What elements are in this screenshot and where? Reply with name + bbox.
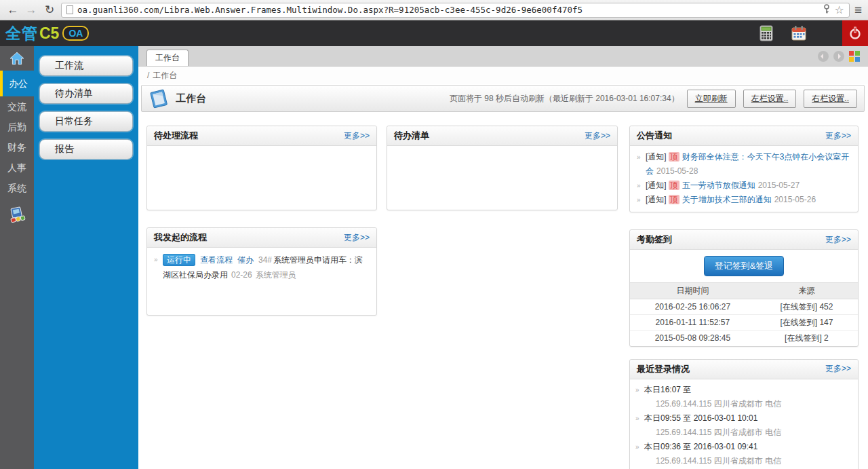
bullet-icon <box>635 411 639 426</box>
flow-item: 运行中查看流程催办34#系统管理员申请用车：滨湖区社保局办录用02-26系统管理… <box>154 252 370 282</box>
calendar-icon <box>791 25 807 41</box>
column-left: 待处理流程 更多>> 我发起的流程 更多>> <box>146 126 377 469</box>
sign-in-out-button[interactable]: 登记签到&签退 <box>704 256 785 276</box>
pinned-badge: 顶 <box>669 181 679 190</box>
more-link[interactable]: 更多>> <box>825 234 851 246</box>
login-time: 本日09:36 至 2016-03-01 09:41 <box>635 440 852 454</box>
recent-login-list: 本日16:07 至 125.69.144.115 四川省成都市 电信 本日09:… <box>630 379 858 469</box>
submenu-button[interactable]: 日常任务 <box>39 111 133 132</box>
announcement-date: 2015-05-26 <box>774 195 816 204</box>
sidebar-item[interactable]: 系统 <box>0 178 34 198</box>
browser-back-button[interactable]: ← <box>6 4 20 16</box>
left-column-settings-button[interactable]: 左栏设置.. <box>743 90 797 108</box>
announcement-item: [通知]顶关于增加技术三部的通知2015-05-26 <box>637 193 851 207</box>
bullet-icon <box>637 179 641 193</box>
refresh-now-button[interactable]: 立即刷新 <box>687 90 736 108</box>
attendance-row: 2016-02-25 16:06:27 [在线签到] 452 <box>630 299 858 315</box>
attendance-source: [在线签到] 452 <box>755 299 858 315</box>
logo-text-part1: 全管 <box>5 23 38 44</box>
bullet-icon <box>637 193 641 207</box>
submenu-button[interactable]: 报告 <box>39 139 133 160</box>
calculator-icon <box>760 25 773 41</box>
logo-text-part2: C5 <box>39 24 59 43</box>
url-text: oa.guanli360.com/Libra.Web.Answer.Frames… <box>77 5 818 15</box>
tab-workbench[interactable]: 工作台 <box>146 50 189 66</box>
announcement-link[interactable]: 五一劳动节放假通知 <box>682 181 755 190</box>
login-item: 本日16:07 至 125.69.144.115 四川省成都市 电信 <box>635 383 852 411</box>
column-right: 公告通知 更多>> [通知]顶财务部全体注意：今天下午3点钟在小会议室开会201… <box>629 126 859 469</box>
submenu-panel: 工作流 待办清单 日常任务 报告 <box>34 46 138 469</box>
view-flow-link[interactable]: 查看流程 <box>200 255 233 265</box>
sidebar-item[interactable]: 人事 <box>0 157 34 178</box>
attendance-datetime: 2015-05-08 09:28:45 <box>630 331 755 346</box>
login-detail: 125.69.144.115 四川省成都市 电信 <box>635 454 852 468</box>
tab-tools <box>818 51 860 66</box>
announcement-category: [通知] <box>646 195 667 204</box>
browser-menu-button[interactable]: ≡ <box>854 3 862 16</box>
bullet-icon <box>637 150 641 164</box>
logout-power-button[interactable] <box>842 20 868 46</box>
panel-my-flows: 我发起的流程 更多>> 运行中查看流程催办34#系统管理员申请用车：滨湖区社保局… <box>146 227 377 316</box>
nav-rail: 办公 交流 后勤 财务 人事 系统 <box>0 46 34 469</box>
key-icon <box>823 4 831 16</box>
panel-header: 我发起的流程 更多>> <box>147 228 376 248</box>
bullet-icon <box>635 383 639 397</box>
announcement-link[interactable]: 关于增加技术三部的通知 <box>682 195 772 204</box>
right-column-settings-button[interactable]: 右栏设置.. <box>804 90 857 108</box>
column-middle: 待办清单 更多>> <box>387 126 618 469</box>
panel-body: 登记签到&签退 日期时间 来源 <box>630 250 858 346</box>
workbench-icon <box>149 88 169 109</box>
sidebar-home-button[interactable] <box>0 46 34 71</box>
dashboard-content: 待处理流程 更多>> 我发起的流程 更多>> <box>138 112 868 469</box>
multiwindow-grid-icon[interactable] <box>849 51 860 62</box>
panel-todo-list: 待办清单 更多>> <box>387 126 618 210</box>
sidebar-item[interactable]: 交流 <box>0 96 34 117</box>
browser-forward-button[interactable]: → <box>24 4 38 16</box>
pinned-badge: 顶 <box>669 152 679 162</box>
power-icon <box>848 26 863 41</box>
attendance-row: 2016-01-11 11:52:57 [在线签到] 147 <box>630 315 858 331</box>
page-header-actions: 页面将于 98 秒后自动刷新（最近刷新于 2016-03-01 16:07:34… <box>450 90 857 108</box>
bullet-icon <box>635 440 639 454</box>
breadcrumb: /工作台 <box>138 67 868 84</box>
panel-header: 最近登录情况 更多>> <box>630 360 858 379</box>
calculator-button[interactable] <box>757 24 776 43</box>
tab-scroll-right-button[interactable] <box>833 51 844 62</box>
signin-device-icon <box>7 206 26 224</box>
flow-user: 系统管理员 <box>256 270 296 280</box>
breadcrumb-separator: / <box>147 71 149 80</box>
more-link[interactable]: 更多>> <box>344 232 370 244</box>
announcement-list: [通知]顶财务部全体注意：今天下午3点钟在小会议室开会2015-05-28 [通… <box>630 146 858 212</box>
announcement-date: 2015-05-28 <box>656 166 698 176</box>
app-header: 全管 C5 OA <box>0 20 868 46</box>
login-time: 本日09:55 至 2016-03-01 10:01 <box>635 411 852 426</box>
panel-body <box>387 146 617 210</box>
sidebar-item[interactable]: 后勤 <box>0 117 34 137</box>
bookmark-star-icon[interactable]: ☆ <box>835 5 844 16</box>
sidebar-item[interactable]: 办公 <box>0 71 34 96</box>
browser-reload-button[interactable]: ↻ <box>43 4 56 16</box>
submenu-button[interactable]: 待办清单 <box>39 83 133 104</box>
panel-title: 待办清单 <box>394 130 429 142</box>
panel-body <box>147 146 376 210</box>
more-link[interactable]: 更多>> <box>825 363 851 375</box>
url-bar[interactable]: oa.guanli360.com/Libra.Web.Answer.Frames… <box>61 3 850 18</box>
flow-date: 02-26 <box>231 270 252 280</box>
flow-status-badge: 运行中 <box>163 254 195 266</box>
screen: ← → ↻ oa.guanli360.com/Libra.Web.Answer.… <box>0 0 868 469</box>
more-link[interactable]: 更多>> <box>344 130 370 142</box>
breadcrumb-current: 工作台 <box>153 71 177 80</box>
sidebar-item[interactable]: 财务 <box>0 137 34 157</box>
page-title: 工作台 <box>176 92 206 105</box>
calendar-button[interactable] <box>789 24 808 43</box>
panel-announcements: 公告通知 更多>> [通知]顶财务部全体注意：今天下午3点钟在小会议室开会201… <box>629 126 859 212</box>
more-link[interactable]: 更多>> <box>585 130 610 142</box>
submenu-button[interactable]: 工作流 <box>39 56 133 76</box>
tab-scroll-left-button[interactable] <box>818 51 829 62</box>
app-logo: 全管 C5 OA <box>5 23 89 44</box>
attendance-table: 日期时间 来源 2016-02-25 16:06:27 <box>630 282 858 346</box>
signin-device-button[interactable] <box>0 206 34 224</box>
urge-link[interactable]: 催办 <box>237 255 254 265</box>
more-link[interactable]: 更多>> <box>825 130 851 142</box>
page-icon <box>66 5 73 14</box>
